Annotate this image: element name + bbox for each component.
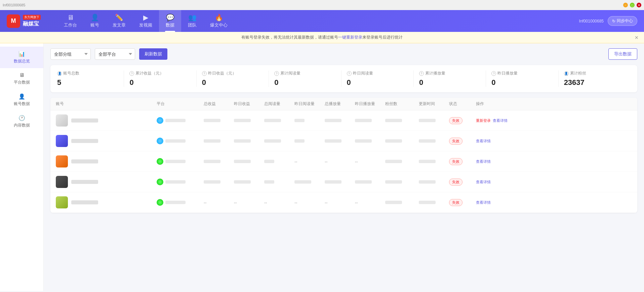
filter-bar: 全部分组 全部平台 刷新数据 导出数据: [50, 48, 637, 60]
action-detail-3[interactable]: 查看详情: [476, 159, 491, 164]
cell-yreads-1: [294, 119, 325, 122]
stat-total-followers: 👤 累计粉丝 23637: [559, 70, 631, 87]
platform-select[interactable]: 全部平台: [95, 48, 135, 60]
action-detail-2[interactable]: 查看详情: [476, 139, 491, 144]
sync-button[interactable]: ↻ 同步中心: [608, 16, 637, 26]
th-followers: 粉丝数: [385, 101, 419, 107]
logo-icon: M: [7, 14, 20, 28]
platform-icon-2: [157, 138, 163, 144]
cell-reads-3: [264, 160, 294, 163]
platform-name-2: [165, 139, 186, 143]
content-data-icon: 🕐: [18, 115, 25, 121]
action-detail-4[interactable]: 查看详情: [476, 180, 491, 185]
nav-data[interactable]: 💬 数据: [159, 10, 181, 32]
cell-yreads-3: --: [294, 159, 325, 164]
cell-status-5: 失效: [449, 199, 476, 206]
status-badge-red-1: 失效: [449, 117, 462, 124]
account-cell-4: [56, 176, 157, 188]
nav-workbench[interactable]: 🖥 工作台: [57, 10, 84, 32]
table-row: -- -- -- -- -- -- 失效 查看详情: [50, 192, 637, 213]
account-cell-2: [56, 135, 157, 147]
action-cell-5: 查看详情: [476, 200, 510, 205]
stat-yesterday-plays-value: 0: [491, 78, 553, 87]
sidebar-item-data-overview[interactable]: 📊 数据总览: [0, 47, 43, 68]
cell-reads-5: --: [264, 200, 294, 205]
sidebar-item-platform-data[interactable]: 🖥 平台数据: [0, 68, 43, 89]
cell-yrevenue-5: --: [234, 200, 264, 205]
account-cell-1: [56, 114, 157, 127]
account-name-3: [71, 159, 98, 163]
nav-account[interactable]: 👤 账号: [84, 10, 106, 32]
platform-icon-5: [157, 199, 163, 206]
stat-yesterday-revenue-value: 0: [202, 78, 263, 87]
sidebar-label-account-data: 账号数据: [14, 101, 30, 107]
status-badge-red-3: 失效: [449, 158, 462, 165]
th-update-time: 更新时间: [419, 101, 449, 107]
table-header: 账号 平台 总收益 昨日收益 总阅读量 昨日阅读量 总播放量 昨日播放量 粉丝数…: [50, 98, 637, 110]
stat-yesterday-reads-label: ? 昨日阅读量: [347, 70, 408, 76]
stat-icon-account: 👤: [57, 71, 62, 76]
account-name-4: [71, 180, 98, 184]
maximize-button[interactable]: □: [630, 3, 635, 7]
cell-yrevenue-1: [234, 119, 264, 122]
cell-yplays-2: [355, 139, 385, 143]
action-detail-1[interactable]: 查看详情: [493, 118, 508, 123]
alert-text-2: 来登录账号后进行统计: [362, 35, 403, 40]
th-total-plays: 总播放量: [325, 101, 355, 107]
th-actions: 操作: [476, 101, 510, 107]
platform-icon-4: [157, 179, 163, 185]
nav-data-label: 数据: [166, 22, 174, 28]
table-row: 失效 查看详情: [50, 172, 637, 192]
stat-icon-yreads: ?: [347, 71, 352, 76]
sidebar-label-content-data: 内容数据: [14, 123, 30, 128]
action-relogin-1[interactable]: 重新登录: [476, 118, 491, 123]
sidebar-item-content-data[interactable]: 🕐 内容数据: [0, 111, 43, 132]
account-cell-5: [56, 196, 157, 208]
action-cell-2: 查看详情: [476, 139, 510, 144]
stat-total-reads: ? 累计阅读量 0: [269, 70, 341, 87]
cell-yrevenue-3: [234, 160, 264, 163]
cell-yreads-2: [294, 139, 325, 143]
status-badge-red-5: 失效: [449, 199, 462, 206]
cell-revenue-4: [204, 180, 234, 184]
stat-yesterday-reads-value: 0: [347, 78, 408, 87]
nav-account-label: 账号: [90, 22, 99, 28]
nav-publish-video[interactable]: ▶ 发视频: [132, 10, 159, 32]
group-select[interactable]: 全部分组: [50, 48, 91, 60]
sidebar-item-account-data[interactable]: 👤 账号数据: [0, 89, 43, 111]
logo-text: 东方网旗下 融媒宝: [23, 15, 41, 28]
sync-label: 同步中心: [617, 18, 633, 24]
cell-plays-3: --: [325, 159, 355, 164]
cell-reads-2: [264, 139, 294, 143]
stat-total-revenue-label: ? 累计收益（元）: [129, 70, 191, 76]
team-icon: 👥: [188, 14, 197, 21]
cell-followers-4: [385, 180, 419, 184]
cell-revenue-2: [204, 139, 234, 143]
minimize-button[interactable]: －: [623, 3, 628, 7]
stat-icon-revenue: ?: [129, 71, 134, 76]
cell-yplays-4: [355, 180, 385, 184]
action-cell-4: 查看详情: [476, 180, 510, 185]
cell-time-4: [419, 180, 449, 184]
nav-team[interactable]: 👥 团队: [181, 10, 203, 32]
export-button[interactable]: 导出数据: [608, 48, 637, 60]
nav-viral[interactable]: 🔥 爆文中心: [203, 10, 234, 32]
table-row: 失效 重新登录 查看详情: [50, 110, 637, 131]
cell-plays-2: [325, 139, 355, 143]
title-bar: Inf001000685 － □ ✕: [0, 0, 644, 10]
close-button[interactable]: ✕: [637, 3, 641, 7]
alert-close-button[interactable]: ✕: [635, 35, 639, 40]
alert-link[interactable]: 一键重新登录: [338, 35, 362, 40]
platform-icon-1: [157, 117, 163, 124]
platform-data-icon: 🖥: [19, 72, 25, 78]
refresh-button[interactable]: 刷新数据: [139, 48, 167, 60]
nav-publish-article[interactable]: ✏️ 发文章: [106, 10, 132, 32]
avatar-1: [56, 114, 68, 127]
table-row: -- -- -- 失效 查看详情: [50, 151, 637, 172]
alert-banner: 有账号登录失效，将无法统计其最新数据，请通过账号 一键重新登录 来登录账号后进行…: [0, 32, 644, 43]
sidebar-label-platform-data: 平台数据: [14, 80, 30, 85]
logo-name: 融媒宝: [23, 20, 41, 28]
data-icon: 💬: [166, 14, 174, 21]
action-detail-5[interactable]: 查看详情: [476, 200, 491, 205]
cell-time-2: [419, 139, 449, 143]
